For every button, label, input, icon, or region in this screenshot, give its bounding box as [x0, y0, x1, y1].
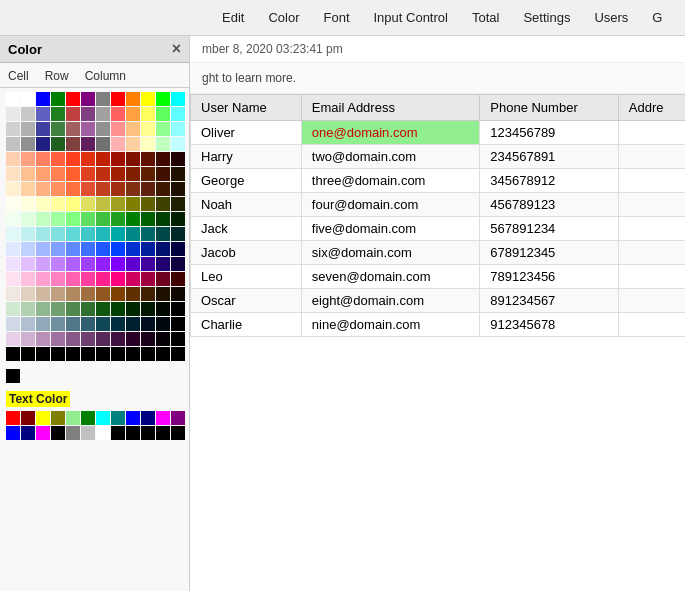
color-cell[interactable]	[21, 317, 35, 331]
color-cell[interactable]	[111, 242, 125, 256]
color-cell[interactable]	[141, 212, 155, 226]
color-cell[interactable]	[96, 167, 110, 181]
color-cell[interactable]	[51, 167, 65, 181]
color-cell[interactable]	[156, 212, 170, 226]
color-cell[interactable]	[51, 332, 65, 346]
color-cell[interactable]	[111, 332, 125, 346]
text-color-cell[interactable]	[6, 426, 20, 440]
color-cell[interactable]	[51, 347, 65, 361]
color-cell[interactable]	[51, 287, 65, 301]
color-cell[interactable]	[81, 197, 95, 211]
color-cell[interactable]	[141, 302, 155, 316]
text-color-cell[interactable]	[96, 426, 110, 440]
color-cell[interactable]	[126, 242, 140, 256]
color-cell[interactable]	[6, 137, 20, 151]
color-cell[interactable]	[126, 152, 140, 166]
color-cell[interactable]	[66, 272, 80, 286]
color-cell[interactable]	[21, 137, 35, 151]
color-cell[interactable]	[156, 137, 170, 151]
color-cell[interactable]	[81, 302, 95, 316]
color-cell[interactable]	[96, 197, 110, 211]
color-cell[interactable]	[156, 287, 170, 301]
color-cell[interactable]	[156, 257, 170, 271]
color-cell[interactable]	[21, 182, 35, 196]
color-cell[interactable]	[141, 137, 155, 151]
text-color-cell[interactable]	[156, 411, 170, 425]
color-cell[interactable]	[126, 212, 140, 226]
color-cell[interactable]	[141, 197, 155, 211]
color-cell[interactable]	[156, 197, 170, 211]
color-cell[interactable]	[171, 182, 185, 196]
color-cell[interactable]	[81, 257, 95, 271]
color-cell[interactable]	[36, 107, 50, 121]
color-cell[interactable]	[111, 137, 125, 151]
color-cell[interactable]	[96, 272, 110, 286]
color-cell[interactable]	[141, 347, 155, 361]
color-cell[interactable]	[126, 347, 140, 361]
color-cell[interactable]	[21, 287, 35, 301]
color-cell[interactable]	[126, 122, 140, 136]
color-cell[interactable]	[51, 137, 65, 151]
color-cell[interactable]	[111, 167, 125, 181]
color-cell[interactable]	[81, 317, 95, 331]
color-cell[interactable]	[21, 332, 35, 346]
color-cell[interactable]	[21, 257, 35, 271]
color-cell[interactable]	[156, 182, 170, 196]
color-cell[interactable]	[21, 92, 35, 106]
tab-row[interactable]: Row	[41, 67, 73, 85]
color-cell[interactable]	[156, 317, 170, 331]
text-color-cell[interactable]	[81, 411, 95, 425]
color-cell[interactable]	[21, 197, 35, 211]
menu-item-edit[interactable]: Edit	[210, 2, 256, 33]
color-cell[interactable]	[21, 242, 35, 256]
color-cell[interactable]	[141, 332, 155, 346]
color-cell[interactable]	[36, 257, 50, 271]
color-cell[interactable]	[96, 152, 110, 166]
color-cell[interactable]	[36, 182, 50, 196]
text-color-cell[interactable]	[111, 426, 125, 440]
menu-item-input-control[interactable]: Input Control	[362, 2, 460, 33]
color-cell[interactable]	[21, 122, 35, 136]
color-cell[interactable]	[141, 122, 155, 136]
color-cell[interactable]	[126, 92, 140, 106]
color-cell[interactable]	[156, 272, 170, 286]
color-cell[interactable]	[51, 272, 65, 286]
color-cell[interactable]	[171, 227, 185, 241]
color-cell[interactable]	[96, 122, 110, 136]
color-cell[interactable]	[141, 227, 155, 241]
color-cell[interactable]	[81, 347, 95, 361]
color-cell[interactable]	[36, 167, 50, 181]
color-cell[interactable]	[126, 332, 140, 346]
color-cell[interactable]	[81, 92, 95, 106]
color-cell[interactable]	[141, 182, 155, 196]
color-cell[interactable]	[51, 197, 65, 211]
color-cell[interactable]	[126, 167, 140, 181]
color-cell[interactable]	[51, 242, 65, 256]
color-cell[interactable]	[21, 212, 35, 226]
color-cell[interactable]	[6, 197, 20, 211]
color-cell[interactable]	[126, 182, 140, 196]
color-cell[interactable]	[81, 122, 95, 136]
color-cell[interactable]	[6, 227, 20, 241]
color-cell[interactable]	[171, 167, 185, 181]
color-cell[interactable]	[141, 107, 155, 121]
text-color-cell[interactable]	[141, 411, 155, 425]
color-cell[interactable]	[171, 257, 185, 271]
color-cell[interactable]	[141, 272, 155, 286]
color-cell[interactable]	[36, 212, 50, 226]
color-cell[interactable]	[171, 92, 185, 106]
black-color-cell[interactable]	[6, 369, 20, 383]
color-cell[interactable]	[21, 272, 35, 286]
color-cell[interactable]	[111, 197, 125, 211]
color-cell[interactable]	[51, 92, 65, 106]
color-cell[interactable]	[81, 212, 95, 226]
color-cell[interactable]	[156, 122, 170, 136]
color-cell[interactable]	[51, 107, 65, 121]
color-cell[interactable]	[66, 152, 80, 166]
color-cell[interactable]	[171, 302, 185, 316]
color-cell[interactable]	[6, 287, 20, 301]
color-cell[interactable]	[111, 317, 125, 331]
menu-item-g[interactable]: G	[640, 2, 674, 33]
color-cell[interactable]	[21, 347, 35, 361]
color-cell[interactable]	[171, 242, 185, 256]
